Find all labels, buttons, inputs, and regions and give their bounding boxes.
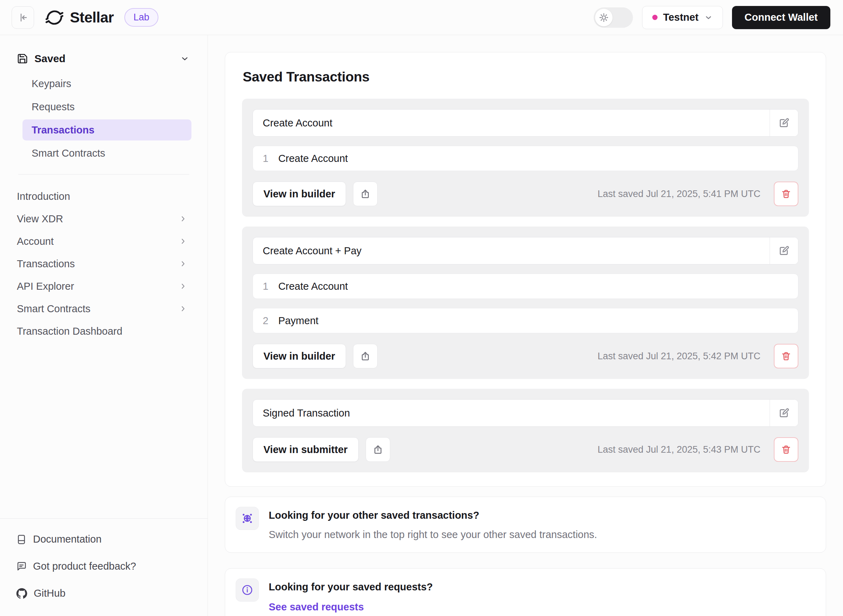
chevron-right-icon bbox=[179, 282, 187, 290]
book-icon bbox=[16, 534, 27, 545]
share-button[interactable] bbox=[353, 344, 378, 368]
chevron-right-icon bbox=[179, 214, 187, 223]
edit-icon bbox=[778, 117, 790, 129]
stellar-logo[interactable]: Stellar bbox=[45, 8, 114, 27]
delete-button[interactable] bbox=[774, 182, 798, 206]
info-title: Looking for your other saved transaction… bbox=[269, 510, 597, 521]
share-button[interactable] bbox=[353, 182, 378, 206]
info-description: Switch your network in the top right to … bbox=[269, 529, 597, 541]
sidebar-group-label: Saved bbox=[34, 53, 65, 65]
info-icon bbox=[236, 578, 259, 601]
transaction-name-row bbox=[252, 237, 798, 264]
lab-badge: Lab bbox=[124, 8, 158, 26]
stellar-logo-icon bbox=[45, 8, 64, 27]
sidebar-item-requests[interactable]: Requests bbox=[22, 96, 191, 117]
upload-icon bbox=[360, 189, 371, 199]
sidebar-item-keypairs[interactable]: Keypairs bbox=[22, 73, 191, 94]
saved-icon bbox=[17, 53, 28, 64]
sidebar-item-account[interactable]: Account bbox=[16, 230, 191, 252]
sidebar-divider bbox=[18, 174, 189, 175]
view-in-builder-button[interactable]: View in builder bbox=[252, 344, 346, 368]
delete-button[interactable] bbox=[774, 437, 798, 462]
network-info-box: Looking for your other saved transaction… bbox=[225, 497, 826, 553]
view-in-builder-button[interactable]: View in builder bbox=[252, 182, 346, 206]
edit-name-button[interactable] bbox=[770, 400, 798, 426]
saved-transaction-item: 1 Create Account View in builder Last sa… bbox=[242, 99, 809, 217]
operation-label: Payment bbox=[278, 315, 318, 327]
see-saved-requests-link[interactable]: See saved requests bbox=[269, 601, 364, 613]
chevron-down-icon bbox=[704, 13, 713, 22]
last-saved-text: Last saved Jul 21, 2025, 5:43 PM UTC bbox=[597, 444, 761, 455]
operation-index: 1 bbox=[263, 153, 268, 164]
transaction-name-input[interactable] bbox=[253, 110, 770, 136]
operation-index: 1 bbox=[263, 281, 268, 292]
operation-label: Create Account bbox=[278, 281, 348, 292]
sidebar-item-transactions-group[interactable]: Transactions bbox=[16, 252, 191, 275]
trash-icon bbox=[781, 351, 792, 361]
share-button[interactable] bbox=[366, 437, 390, 462]
sun-icon bbox=[599, 13, 609, 22]
topbar: Stellar Lab Testnet Connect Wallet bbox=[0, 0, 843, 35]
trash-icon bbox=[781, 444, 792, 455]
edit-icon bbox=[778, 408, 790, 419]
operation-row: 1 Create Account bbox=[252, 146, 798, 171]
sidebar-item-api-explorer[interactable]: API Explorer bbox=[16, 275, 191, 298]
saved-transaction-item: 1 Create Account 2 Payment View in build… bbox=[242, 226, 809, 379]
network-label: Testnet bbox=[663, 12, 699, 23]
operation-index: 2 bbox=[263, 315, 268, 327]
feedback-icon bbox=[16, 561, 27, 572]
sidebar-item-smart-contracts-group[interactable]: Smart Contracts bbox=[16, 298, 191, 320]
chevron-right-icon bbox=[179, 237, 187, 245]
page-title: Saved Transactions bbox=[243, 69, 809, 85]
sidebar-group-saved[interactable]: Saved bbox=[16, 51, 191, 67]
saved-transactions-card: Saved Transactions 1 Create Account bbox=[225, 52, 826, 487]
transaction-name-input[interactable] bbox=[253, 400, 770, 426]
delete-button[interactable] bbox=[774, 344, 798, 368]
brand-name: Stellar bbox=[70, 9, 114, 26]
chevron-right-icon bbox=[179, 260, 187, 268]
last-saved-text: Last saved Jul 21, 2025, 5:42 PM UTC bbox=[597, 351, 761, 362]
sidebar-item-transaction-dashboard[interactable]: Transaction Dashboard bbox=[16, 320, 191, 342]
documentation-link[interactable]: Documentation bbox=[16, 534, 191, 545]
edit-name-button[interactable] bbox=[770, 110, 798, 136]
github-link[interactable]: GitHub bbox=[16, 588, 191, 599]
upload-icon bbox=[373, 444, 383, 455]
sidebar-item-introduction[interactable]: Introduction bbox=[16, 185, 191, 208]
edit-icon bbox=[778, 245, 790, 257]
upload-icon bbox=[360, 351, 371, 361]
sidebar-item-transactions[interactable]: Transactions bbox=[22, 119, 191, 141]
operation-row: 1 Create Account bbox=[252, 274, 798, 299]
collapse-sidebar-icon bbox=[18, 12, 28, 23]
globe-network-icon bbox=[236, 507, 259, 530]
transaction-name-input[interactable] bbox=[253, 238, 770, 264]
saved-requests-info-box: Looking for your saved requests? See sav… bbox=[225, 568, 826, 616]
view-in-submitter-button[interactable]: View in submitter bbox=[252, 437, 359, 462]
main-content: Saved Transactions 1 Create Account bbox=[208, 35, 843, 616]
sidebar-item-view-xdr[interactable]: View XDR bbox=[16, 208, 191, 230]
theme-toggle[interactable] bbox=[594, 7, 633, 28]
chevron-down-icon bbox=[180, 54, 189, 63]
saved-transaction-item: View in submitter Last saved Jul 21, 202… bbox=[242, 389, 809, 472]
edit-name-button[interactable] bbox=[770, 238, 798, 264]
transaction-name-row bbox=[252, 399, 798, 427]
chevron-right-icon bbox=[179, 305, 187, 313]
network-status-dot bbox=[652, 15, 658, 20]
transaction-name-row bbox=[252, 109, 798, 136]
info-title: Looking for your saved requests? bbox=[269, 581, 433, 593]
product-feedback-link[interactable]: Got product feedback? bbox=[16, 560, 191, 572]
collapse-sidebar-button[interactable] bbox=[12, 6, 34, 29]
connect-wallet-button[interactable]: Connect Wallet bbox=[732, 6, 830, 29]
sidebar: Saved Keypairs Requests Transactions Sma… bbox=[0, 35, 208, 616]
operation-label: Create Account bbox=[278, 153, 348, 164]
network-select[interactable]: Testnet bbox=[642, 6, 723, 29]
operation-row: 2 Payment bbox=[252, 308, 798, 333]
trash-icon bbox=[781, 189, 792, 199]
sidebar-item-smart-contracts[interactable]: Smart Contracts bbox=[22, 142, 191, 164]
github-icon bbox=[16, 588, 27, 599]
last-saved-text: Last saved Jul 21, 2025, 5:41 PM UTC bbox=[597, 189, 761, 199]
sidebar-footer: Documentation Got product feedback? GitH… bbox=[0, 518, 208, 599]
